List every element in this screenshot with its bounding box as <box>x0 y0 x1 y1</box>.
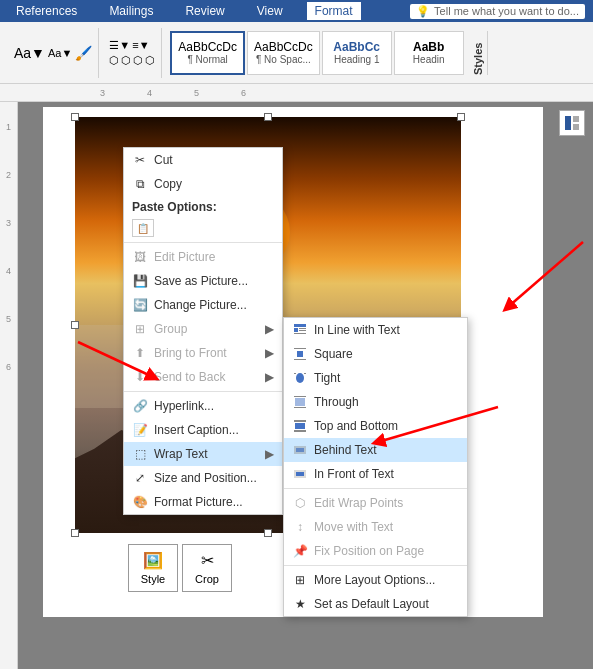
edit-points-icon: ⬡ <box>292 495 308 511</box>
font-size-icon[interactable]: Aa▼ <box>48 47 72 59</box>
svg-rect-0 <box>565 116 571 130</box>
svg-rect-5 <box>294 324 306 327</box>
ctx-insert-caption[interactable]: 📝 Insert Caption... <box>124 418 282 442</box>
save-pic-icon: 💾 <box>132 273 148 289</box>
tab-references[interactable]: References <box>8 2 85 20</box>
style-nospace-preview: AaBbCcDc <box>254 40 313 54</box>
tab-mailings[interactable]: Mailings <box>101 2 161 20</box>
svg-rect-2 <box>573 124 579 130</box>
style-h1-label: Heading 1 <box>329 54 385 65</box>
edit-pic-icon: 🖼 <box>132 249 148 265</box>
red-arrow-2 <box>348 392 508 462</box>
style-icon: 🖼️ <box>143 551 163 570</box>
ctx-caption-label: Insert Caption... <box>154 423 239 437</box>
style-heading2[interactable]: AaBb Headin <box>394 31 464 75</box>
style-button[interactable]: 🖼️ Style <box>128 544 178 592</box>
wrap-divider-2 <box>284 565 467 566</box>
document-canvas: 🖼️ Style ✂ Crop <box>18 102 593 669</box>
font-aa[interactable]: Aa▼ <box>14 45 45 61</box>
wrap-tight[interactable]: Tight <box>284 366 467 390</box>
wrap-more-label: More Layout Options... <box>314 573 435 587</box>
align-left-icon[interactable]: ⬡ <box>109 54 119 67</box>
align-right-icon[interactable]: ⬡ <box>133 54 143 67</box>
svg-line-4 <box>78 342 153 377</box>
ctx-edit-pic-label: Edit Picture <box>154 250 215 264</box>
svg-rect-25 <box>296 472 304 476</box>
handle-tr[interactable] <box>457 113 465 121</box>
wrap-inline-icon <box>292 322 308 338</box>
justify-icon[interactable]: ⬡ <box>145 54 155 67</box>
wrap-divider-1 <box>284 488 467 489</box>
align-center-icon[interactable]: ⬡ <box>121 54 131 67</box>
tab-format[interactable]: Format <box>307 2 361 20</box>
ctx-copy[interactable]: ⧉ Copy <box>124 172 282 196</box>
svg-rect-1 <box>573 116 579 122</box>
ribbon-formatting: Aa▼ Aa▼ 🖌️ ☰▼ ≡▼ ⬡ ⬡ ⬡ ⬡ AaBbCcDc ¶ Norm… <box>0 22 593 84</box>
ctx-copy-label: Copy <box>154 177 182 191</box>
horizontal-ruler: 3 4 5 6 <box>0 84 593 102</box>
tab-review[interactable]: Review <box>177 2 232 20</box>
paint-icon[interactable]: 🖌️ <box>75 45 92 61</box>
crop-btn-label: Crop <box>195 573 219 585</box>
handle-tc[interactable] <box>264 113 272 121</box>
wrap-set-default[interactable]: ★ Set as Default Layout <box>284 592 467 616</box>
style-normal[interactable]: AaBbCcDc ¶ Normal <box>170 31 245 75</box>
style-no-spacing[interactable]: AaBbCcDc ¶ No Spac... <box>247 31 320 75</box>
ctx-paste-area[interactable]: 📋 <box>124 216 282 240</box>
layout-options-icon[interactable] <box>559 110 585 136</box>
paste-clipboard-icon: 📋 <box>132 219 154 237</box>
wrap-topbottom-icon <box>292 418 308 434</box>
svg-line-27 <box>378 407 498 442</box>
ctx-save-as-picture[interactable]: 💾 Save as Picture... <box>124 269 282 293</box>
wrap-front-text[interactable]: In Front of Text <box>284 462 467 486</box>
wrap-front-label: In Front of Text <box>314 467 394 481</box>
ribbon-search-placeholder: Tell me what you want to do... <box>434 5 579 17</box>
svg-rect-9 <box>294 333 306 334</box>
fix-pos-icon: 📌 <box>292 543 308 559</box>
wrap-move-label: Move with Text <box>314 520 393 534</box>
ctx-cut-label: Cut <box>154 153 173 167</box>
ctx-size-label: Size and Position... <box>154 471 257 485</box>
ctx-wrap-label: Wrap Text <box>154 447 208 461</box>
svg-rect-23 <box>296 448 304 452</box>
ctx-format-picture[interactable]: 🎨 Format Picture... <box>124 490 282 514</box>
wrap-square-icon <box>292 346 308 362</box>
ctx-size-position[interactable]: ⤢ Size and Position... <box>124 466 282 490</box>
svg-rect-8 <box>299 330 306 331</box>
indent-icon[interactable]: ≡▼ <box>132 39 149 52</box>
wrap-square[interactable]: Square <box>284 342 467 366</box>
style-heading1[interactable]: AaBbCc Heading 1 <box>322 31 392 75</box>
svg-rect-20 <box>294 420 306 422</box>
red-arrow-3 <box>473 232 593 332</box>
wrap-text-submenu: In Line with Text Square Tight Through <box>283 317 468 617</box>
handle-bc[interactable] <box>264 529 272 537</box>
crop-button[interactable]: ✂ Crop <box>182 544 232 592</box>
wrap-points-label: Edit Wrap Points <box>314 496 403 510</box>
wrap-default-label: Set as Default Layout <box>314 597 429 611</box>
wrap-inline[interactable]: In Line with Text <box>284 318 467 342</box>
ctx-change-picture[interactable]: 🔄 Change Picture... <box>124 293 282 317</box>
svg-rect-11 <box>294 348 306 349</box>
wrap-square-label: Square <box>314 347 353 361</box>
wrap-tight-label: Tight <box>314 371 340 385</box>
handle-tl[interactable] <box>71 113 79 121</box>
style-normal-label: ¶ Normal <box>178 54 237 65</box>
ctx-wrap-text[interactable]: ⬚ Wrap Text ▶ <box>124 442 282 466</box>
cut-icon: ✂ <box>132 152 148 168</box>
wrap-inline-label: In Line with Text <box>314 323 400 337</box>
tab-view[interactable]: View <box>249 2 291 20</box>
main-area: 1 2 3 4 5 6 <box>0 102 593 669</box>
svg-rect-6 <box>294 328 298 332</box>
caption-icon: 📝 <box>132 422 148 438</box>
style-h2-label: Headin <box>401 54 457 65</box>
ctx-cut[interactable]: ✂ Cut <box>124 148 282 172</box>
styles-group: AaBbCcDc ¶ Normal AaBbCcDc ¶ No Spac... … <box>166 31 467 75</box>
list-icon[interactable]: ☰▼ <box>109 39 130 52</box>
wrap-more-layout[interactable]: ⊞ More Layout Options... <box>284 568 467 592</box>
wrap-move-with-text: ↕ Move with Text <box>284 515 467 539</box>
ribbon-search-box[interactable]: 💡 Tell me what you want to do... <box>410 4 585 19</box>
more-layout-icon: ⊞ <box>292 572 308 588</box>
bring-front-arrow: ▶ <box>265 346 274 360</box>
font-group: Aa▼ Aa▼ 🖌️ <box>8 28 99 78</box>
handle-bl[interactable] <box>71 529 79 537</box>
